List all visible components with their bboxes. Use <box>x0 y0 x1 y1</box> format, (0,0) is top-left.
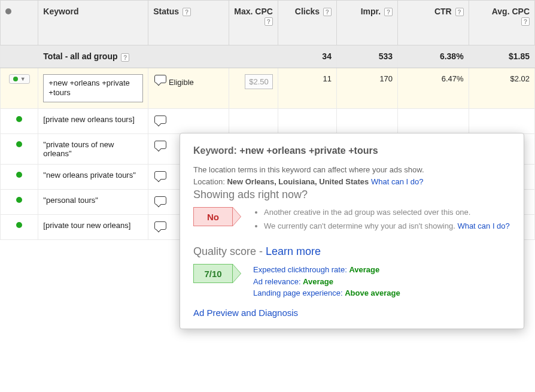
help-icon[interactable]: ? <box>265 17 273 26</box>
tooltip-loc-link[interactable]: What can I do? <box>371 177 423 186</box>
tooltip-loc-value: New Orleans, Louisiana, United States <box>227 177 369 186</box>
status-dot-icon <box>13 77 18 81</box>
col-clicks-label: Clicks <box>295 7 320 16</box>
status-dot-icon <box>16 172 22 178</box>
totals-clicks: 34 <box>278 45 336 68</box>
col-maxcpc-label: Max. CPC <box>234 7 273 16</box>
col-clicks[interactable]: Clicks ? <box>278 1 336 45</box>
keyword-cell[interactable]: [private tour new orleans] <box>38 215 148 240</box>
table-row[interactable]: ▼+new +orleans +private +tours Eligible$… <box>1 68 535 109</box>
speech-bubble-icon[interactable] <box>153 171 166 181</box>
col-impr[interactable]: Impr. ? <box>336 1 397 45</box>
no-arrow: No <box>193 207 242 226</box>
totals-ctr: 6.38% <box>398 45 469 68</box>
clicks-cell <box>278 109 336 134</box>
col-status-dot[interactable] <box>1 1 38 45</box>
tooltip-showing-heading: Showing ads right now? <box>193 189 510 201</box>
status-cell[interactable]: Eligible <box>148 68 229 109</box>
help-icon[interactable]: ? <box>384 8 393 16</box>
col-ctr-label: CTR <box>434 7 452 16</box>
reasons-list: Another creative in the ad group was sel… <box>253 207 510 235</box>
maxcpc-input[interactable]: $2.50 <box>245 74 273 89</box>
totals-label-text: Total - all ad group <box>43 51 117 61</box>
row-status-cell[interactable] <box>1 190 38 215</box>
impr-cell: 170 <box>336 68 397 109</box>
maxcpc-cell[interactable] <box>229 109 278 134</box>
help-icon[interactable]: ? <box>121 53 129 62</box>
row-status-cell[interactable] <box>1 109 38 134</box>
totals-label: Total - all ad group ? <box>38 45 148 68</box>
speech-bubble-icon[interactable] <box>153 140 166 151</box>
status-dot-icon <box>16 222 22 228</box>
keyword-cell[interactable]: "private tours of new orleans" <box>38 134 148 165</box>
no-label: No <box>193 207 233 226</box>
tooltip-heading-prefix: Keyword: <box>193 145 239 156</box>
row-status-cell[interactable] <box>1 215 38 240</box>
speech-bubble-icon[interactable] <box>153 115 166 126</box>
status-chip[interactable]: ▼ <box>9 74 30 84</box>
totals-avgcpc: $1.85 <box>469 45 534 68</box>
row-status-cell[interactable] <box>1 165 38 190</box>
tooltip-loc-intro: The location terms in this keyword can a… <box>193 165 510 175</box>
help-icon[interactable]: ? <box>521 17 530 26</box>
status-tooltip: Keyword: +new +orleans +private +tours T… <box>180 133 524 240</box>
row-status-cell[interactable]: ▼ <box>1 68 38 109</box>
keyword-cell[interactable]: "personal tours" <box>38 190 148 215</box>
ctr-cell <box>398 109 469 134</box>
help-icon[interactable]: ? <box>183 8 191 16</box>
status-dot-icon <box>16 197 22 203</box>
speech-bubble-icon[interactable] <box>153 196 166 206</box>
keyword-cell[interactable]: +new +orleans +private +tours <box>38 68 148 109</box>
showing-row: No Another creative in the ad group was … <box>193 207 510 235</box>
keyword-cell[interactable]: [private new orleans tours] <box>38 109 148 134</box>
maxcpc-cell[interactable]: $2.50 <box>229 68 278 109</box>
speech-bubble-icon[interactable] <box>153 221 166 232</box>
help-icon[interactable]: ? <box>323 8 332 16</box>
status-text: Eligible <box>169 78 194 87</box>
avgcpc-cell: $2.02 <box>469 68 534 109</box>
tooltip-heading: Keyword: +new +orleans +private +tours <box>193 145 510 156</box>
ctr-cell: 6.47% <box>398 68 469 109</box>
tooltip-loc-label: Location: <box>193 177 227 186</box>
chevron-down-icon: ▼ <box>20 76 26 82</box>
status-dot-icon <box>16 141 22 147</box>
reason-link[interactable]: What can I do? <box>457 221 509 230</box>
col-status[interactable]: Status ? <box>148 1 229 45</box>
col-ctr[interactable]: CTR ? <box>398 1 469 45</box>
col-avgcpc-label: Avg. CPC <box>492 7 530 16</box>
keyword-input[interactable]: +new +orleans +private +tours <box>43 74 143 103</box>
table-header: Keyword Status ? Max. CPC ? Clicks ? Imp… <box>1 1 535 45</box>
speech-bubble-icon[interactable] <box>153 74 166 85</box>
totals-impr: 533 <box>336 45 397 68</box>
col-impr-label: Impr. <box>361 7 381 16</box>
keyword-cell[interactable]: "new orleans private tours" <box>38 165 148 190</box>
row-status-cell[interactable] <box>1 134 38 165</box>
avgcpc-cell <box>469 109 534 134</box>
tooltip-heading-keyword: +new +orleans +private +tours <box>239 145 378 156</box>
totals-row: Total - all ad group ? 34 533 6.38% $1.8… <box>1 45 535 68</box>
col-keyword[interactable]: Keyword <box>38 1 148 45</box>
clicks-cell: 11 <box>278 68 336 109</box>
table-row[interactable]: [private new orleans tours] <box>1 109 535 134</box>
tooltip-loc-line: Location: New Orleans, Louisiana, United… <box>193 177 510 187</box>
status-dot-gray <box>5 8 11 14</box>
status-cell[interactable] <box>148 109 229 134</box>
reason-item: Another creative in the ad group was sel… <box>264 207 510 218</box>
col-avgcpc[interactable]: Avg. CPC ? <box>469 1 534 45</box>
status-dot-icon <box>16 116 22 122</box>
help-icon[interactable]: ? <box>455 8 464 16</box>
reason-item: We currently can't determine why your ad… <box>264 221 510 232</box>
col-maxcpc[interactable]: Max. CPC ? <box>229 1 278 45</box>
impr-cell <box>336 109 397 134</box>
col-status-label: Status <box>153 7 179 16</box>
